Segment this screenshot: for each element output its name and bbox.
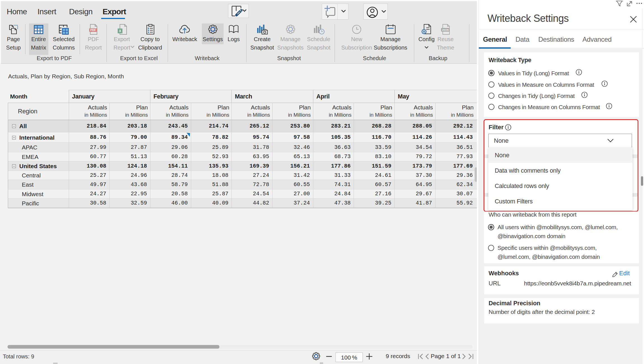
svg-text:PDF: PDF — [90, 29, 96, 32]
svg-text:X: X — [119, 29, 121, 33]
svg-text:JSON: JSON — [442, 29, 449, 31]
